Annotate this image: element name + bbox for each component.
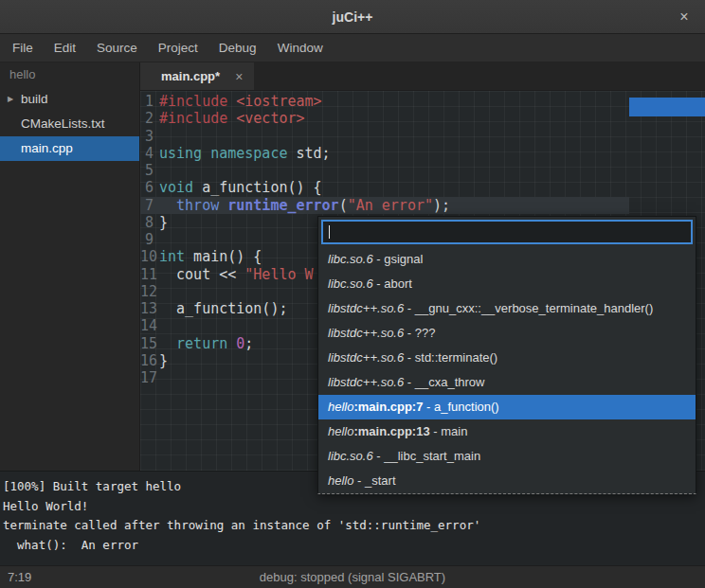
line-number: 13 (140, 300, 159, 317)
tabbar: main.cpp* × (140, 62, 705, 91)
line-number: 15 (140, 335, 159, 352)
app-window: juCi++ × FileEditSourceProjectDebugWindo… (0, 0, 705, 588)
line-number: 9 (140, 231, 159, 248)
window-title: juCi++ (333, 9, 373, 25)
line-number: 14 (140, 317, 159, 334)
stack-frame-item-1[interactable]: libc.so.6 - abort (318, 272, 696, 296)
menu-source[interactable]: Source (86, 34, 148, 62)
debug-status-text: debug: stopped (signal SIGABRT) (0, 570, 705, 584)
code-text: #include <vector> (159, 110, 629, 127)
code-text (159, 162, 629, 179)
menu-edit[interactable]: Edit (44, 34, 86, 62)
code-text: #include <iostream> (159, 93, 629, 110)
code-line-6: 6void a_function() { (140, 179, 629, 196)
console-line: terminate called after throwing an insta… (3, 516, 702, 536)
stack-frame-item-5[interactable]: libstdc++.so.6 - __cxa_throw (318, 370, 696, 395)
tab-main-cpp[interactable]: main.cpp* × (140, 62, 254, 90)
line-number: 3 (140, 128, 159, 145)
menu-window[interactable]: Window (267, 34, 334, 62)
console-line: Hello World! (3, 497, 702, 517)
close-icon: × (679, 9, 688, 25)
stack-frame-item-6[interactable]: hello:main.cpp:7 - a_function() (318, 395, 696, 419)
menu-debug[interactable]: Debug (208, 34, 267, 62)
expand-arrow-icon[interactable]: ▶ (8, 87, 13, 112)
statusbar: debug: stopped (signal SIGABRT) 7:19 (0, 565, 705, 588)
line-number: 5 (140, 162, 159, 179)
stack-frame-popup: libc.so.6 - gsignallibc.so.6 - abortlibs… (317, 216, 696, 494)
popup-list: libc.so.6 - gsignallibc.so.6 - abortlibs… (318, 247, 696, 493)
line-number: 4 (140, 145, 159, 162)
tab-close-icon[interactable]: × (235, 69, 243, 84)
line-number: 7 (140, 197, 159, 214)
tree-item-label: CMakeLists.txt (21, 116, 105, 131)
tree-item-build[interactable]: ▶build (0, 87, 139, 112)
project-name: hello (0, 62, 139, 87)
menu-project[interactable]: Project (148, 34, 208, 62)
tree-item-cmakelists-txt[interactable]: CMakeLists.txt (0, 112, 139, 136)
code-text (159, 128, 629, 145)
line-number: 2 (140, 110, 159, 127)
popup-search-input[interactable] (321, 220, 693, 244)
code-text: using namespace std; (159, 145, 629, 162)
stack-frame-item-3[interactable]: libstdc++.so.6 - ??? (318, 321, 696, 346)
close-button[interactable]: × (675, 9, 694, 25)
line-number: 12 (140, 283, 159, 300)
menubar: FileEditSourceProjectDebugWindow (0, 34, 705, 62)
line-number: 1 (140, 93, 159, 110)
line-number: 16 (140, 352, 159, 369)
tree-item-label: main.cpp (21, 141, 73, 155)
line-number: 17 (140, 369, 159, 386)
line-number: 10 (140, 248, 159, 265)
stack-frame-item-2[interactable]: libstdc++.so.6 - __gnu_cxx::__verbose_te… (318, 296, 696, 321)
titlebar: juCi++ × (0, 0, 705, 34)
sidebar: hello ▶buildCMakeLists.txtmain.cpp (0, 62, 140, 471)
code-line-7: 7 throw runtime_error("An error"); (140, 197, 629, 214)
tree-item-main-cpp[interactable]: main.cpp (0, 136, 139, 161)
project-tree: ▶buildCMakeLists.txtmain.cpp (0, 87, 139, 161)
console-line: what(): An error (3, 536, 702, 556)
popup-input-wrap (318, 217, 696, 247)
line-number: 8 (140, 214, 159, 231)
stack-frame-item-9[interactable]: hello - _start (318, 469, 696, 493)
stack-frame-item-8[interactable]: libc.so.6 - __libc_start_main (318, 444, 696, 469)
code-line-4: 4using namespace std; (140, 145, 629, 162)
code-line-2: 2#include <vector> (140, 110, 629, 127)
cursor-position: 7:19 (0, 570, 31, 584)
code-line-3: 3 (140, 128, 629, 145)
stack-frame-item-4[interactable]: libstdc++.so.6 - std::terminate() (318, 346, 696, 370)
menu-file[interactable]: File (2, 34, 44, 62)
code-line-1: 1#include <iostream> (140, 93, 629, 110)
tab-label: main.cpp* (161, 69, 220, 83)
tree-item-label: build (21, 92, 48, 106)
code-text: throw runtime_error("An error"); (159, 197, 629, 214)
minimap-viewport-indicator[interactable] (629, 98, 705, 116)
stack-frame-item-7[interactable]: hello:main.cpp:13 - main (318, 419, 696, 444)
text-cursor (329, 225, 330, 239)
stack-frame-item-0[interactable]: libc.so.6 - gsignal (318, 247, 696, 272)
line-number: 6 (140, 179, 159, 196)
code-text: void a_function() { (159, 179, 629, 196)
line-number: 11 (140, 266, 159, 283)
code-line-5: 5 (140, 162, 629, 179)
